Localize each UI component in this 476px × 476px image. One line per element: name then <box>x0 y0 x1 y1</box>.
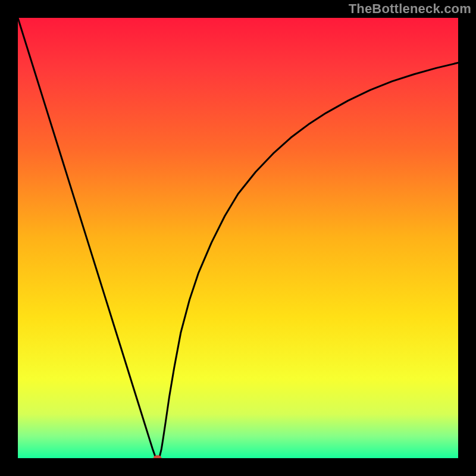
gradient-background <box>18 18 458 458</box>
watermark-text: TheBottleneck.com <box>349 1 471 17</box>
bottleneck-chart <box>18 18 458 458</box>
plot-area <box>18 18 458 458</box>
chart-frame: TheBottleneck.com <box>0 0 476 476</box>
